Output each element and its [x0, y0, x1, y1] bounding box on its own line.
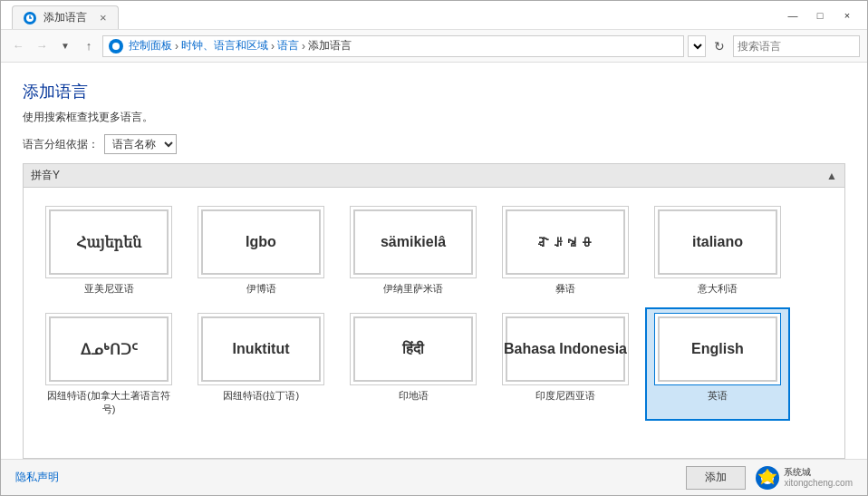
lang-card-hindi[interactable]: हिंदी印地语 — [341, 307, 486, 421]
add-button[interactable]: 添加 — [686, 466, 746, 490]
recent-button[interactable]: ▼ — [55, 36, 75, 56]
sort-select[interactable]: 语言名称 地区 脚本 — [104, 134, 177, 154]
lang-card-inari-sami[interactable]: sämikielâ伊纳里萨米语 — [341, 200, 486, 300]
breadcrumb-part-4: 添加语言 — [308, 38, 352, 53]
breadcrumb-part-2[interactable]: 时钟、语言和区域 — [181, 38, 268, 53]
lang-flag-igbo: Igbo — [198, 206, 324, 278]
lang-native-text: हिंदी — [402, 341, 424, 357]
tab-label: 添加语言 — [43, 10, 87, 25]
section-header: 拼音Y ▲ — [24, 164, 844, 188]
tab-icon — [24, 12, 36, 24]
lang-flag-yi: ꆈꌠꁱꂷ — [502, 206, 629, 278]
tab-area: 添加语言 × — [12, 1, 780, 29]
content-area: 添加语言 使用搜索框查找更多语言。 语言分组依据： 语言名称 地区 脚本 拼音Y… — [1, 63, 867, 459]
lang-name-armenian: 亚美尼亚语 — [84, 282, 134, 295]
sep-2: › — [271, 40, 275, 53]
lang-native-text: ꆈꌠꁱꂷ — [536, 234, 594, 250]
lang-native-text: English — [691, 341, 744, 357]
window-tab[interactable]: 添加语言 × — [12, 5, 119, 29]
main-window: 添加语言 × — □ × ← → ▼ ↑ 控制面板 › 时钟、语言和区域 › — [0, 0, 868, 496]
svg-point-2 — [112, 43, 120, 50]
brand-icon — [755, 465, 780, 491]
sep-1: › — [175, 40, 178, 53]
lang-flag-indonesian: Bahasa Indonesia — [502, 313, 629, 385]
title-bar: 添加语言 × — □ × — [1, 1, 867, 30]
address-bar: ← → ▼ ↑ 控制面板 › 时钟、语言和区域 › 语言 › 添加语言 ↻ 🔍 — [1, 30, 867, 63]
breadcrumb-bar[interactable]: 控制面板 › 时钟、语言和区域 › 语言 › 添加语言 — [102, 35, 684, 57]
lang-name-inari-sami: 伊纳里萨米语 — [383, 282, 443, 295]
brand-name: 系统城 — [784, 467, 853, 478]
address-dropdown[interactable] — [688, 35, 706, 57]
bottom-right: 添加 系统城 xitongcheng.com — [686, 465, 853, 491]
bottom-bar: 隐私声明 添加 系统城 xitongcheng.com — [1, 459, 867, 495]
lang-flag-english: English — [654, 313, 781, 385]
lang-flag-inuktitut-native: ᐃᓄᒃᑎᑐᑦ — [45, 313, 172, 385]
up-button[interactable]: ↑ — [79, 36, 99, 56]
breadcrumb-part-3[interactable]: 语言 — [277, 38, 299, 53]
window-controls: — □ × — [780, 5, 860, 25]
page-desc: 使用搜索框查找更多语言。 — [23, 110, 845, 125]
minimize-button[interactable]: — — [780, 5, 805, 25]
lang-native-text: Igbo — [246, 234, 276, 250]
lang-flag-hindi: हिंदी — [350, 313, 477, 385]
brand-url: xitongcheng.com — [784, 478, 853, 489]
lang-native-text: Bahasa Indonesia — [504, 341, 627, 357]
lang-card-inuktitut-latin[interactable]: Inuktitut因纽特语(拉丁语) — [188, 307, 333, 421]
section-title: 拼音Y — [31, 168, 60, 183]
lang-name-yi: 彝语 — [555, 282, 575, 295]
search-input[interactable] — [738, 40, 868, 53]
lang-native-text: ᐃᓄᒃᑎᑐᑦ — [81, 341, 138, 358]
search-box: 🔍 — [733, 35, 860, 57]
lang-name-italian: 意大利语 — [698, 282, 738, 295]
lang-name-igbo: 伊博语 — [246, 282, 276, 295]
lang-card-armenian[interactable]: Հայերեն亚美尼亚语 — [36, 200, 181, 300]
language-grid[interactable]: Հայերեն亚美尼亚语Igbo伊博语sämikielâ伊纳里萨米语ꆈꌠꁱꂷ彝语… — [24, 188, 844, 458]
lang-card-indonesian[interactable]: Bahasa Indonesia印度尼西亚语 — [493, 307, 638, 421]
lang-card-italian[interactable]: italiano意大利语 — [645, 200, 790, 300]
page-title: 添加语言 — [23, 81, 845, 102]
lang-card-igbo[interactable]: Igbo伊博语 — [188, 200, 333, 300]
collapse-button[interactable]: ▲ — [826, 170, 837, 182]
lang-card-yi[interactable]: ꆈꌠꁱꂷ彝语 — [493, 200, 638, 300]
lang-native-text: sämikielâ — [381, 234, 446, 250]
refresh-button[interactable]: ↻ — [709, 36, 729, 56]
lang-name-inuktitut-native: 因纽特语(加拿大土著语言符号) — [42, 389, 176, 415]
sep-3: › — [302, 40, 305, 53]
lang-native-text: Inuktitut — [232, 341, 289, 357]
forward-button[interactable]: → — [32, 36, 52, 56]
back-button[interactable]: ← — [8, 36, 28, 56]
lang-name-english: 英语 — [708, 389, 728, 402]
lang-name-indonesian: 印度尼西亚语 — [535, 389, 595, 402]
lang-name-inuktitut-latin: 因纽特语(拉丁语) — [223, 389, 299, 402]
breadcrumb-icon — [109, 39, 123, 53]
lang-native-text: Հայերեն — [76, 234, 141, 251]
lang-flag-italian: italiano — [654, 206, 781, 278]
lang-flag-armenian: Հայերեն — [45, 206, 172, 278]
language-section: 拼音Y ▲ Հայերեն亚美尼亚语Igbo伊博语sämikielâ伊纳里萨米语… — [23, 163, 845, 459]
sort-label: 语言分组依据： — [23, 137, 99, 152]
lang-card-english[interactable]: English英语 — [645, 307, 790, 421]
maximize-button[interactable]: □ — [807, 5, 833, 25]
lang-flag-inari-sami: sämikielâ — [350, 206, 477, 278]
close-button[interactable]: × — [834, 5, 860, 25]
lang-native-text: italiano — [692, 234, 743, 250]
brand-text: 系统城 xitongcheng.com — [784, 467, 853, 489]
sort-row: 语言分组依据： 语言名称 地区 脚本 — [23, 134, 845, 154]
breadcrumb-part-1[interactable]: 控制面板 — [129, 38, 172, 53]
lang-card-inuktitut-native[interactable]: ᐃᓄᒃᑎᑐᑦ因纽特语(加拿大土著语言符号) — [36, 307, 181, 421]
privacy-link[interactable]: 隐私声明 — [15, 470, 59, 485]
tab-close[interactable]: × — [100, 11, 107, 24]
lang-flag-inuktitut-latin: Inuktitut — [198, 313, 324, 385]
lang-name-hindi: 印地语 — [399, 389, 429, 402]
brand-logo: 系统城 xitongcheng.com — [755, 465, 853, 491]
